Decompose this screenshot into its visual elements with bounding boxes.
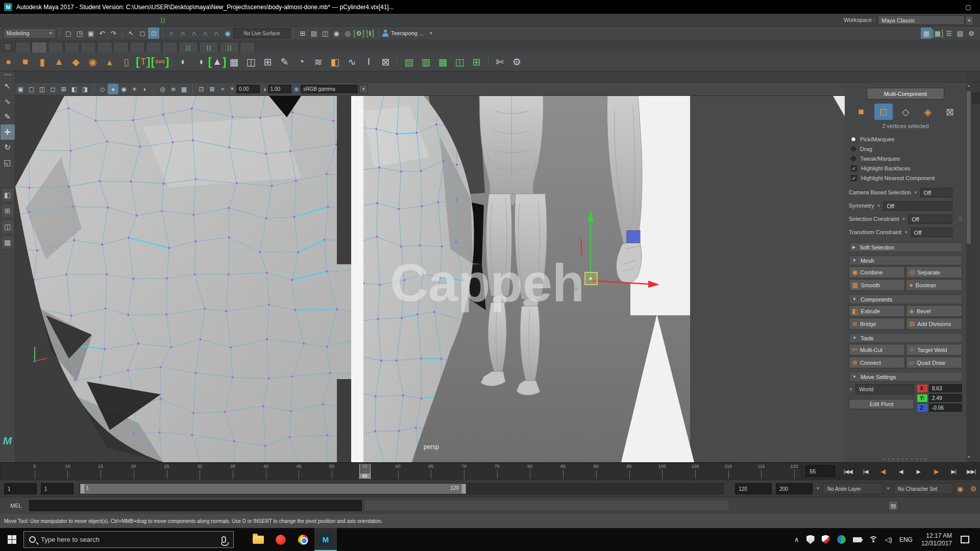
new-scene-icon[interactable]: ▢: [63, 28, 74, 39]
shelf-tab-mash[interactable]: [199, 42, 218, 53]
range-slider[interactable]: 1 120: [80, 483, 724, 494]
left-viewport-canvas[interactable]: [15, 96, 351, 462]
play-backwards-button[interactable]: ◀: [892, 468, 910, 475]
move-settings-header[interactable]: ▼Move Settings: [849, 372, 962, 382]
vertex-mode-icon[interactable]: ⊡: [874, 104, 893, 120]
viewport-menu-item-renderer[interactable]: [52, 70, 61, 83]
axis-orientation-dropdown[interactable]: ▼ World: [849, 384, 914, 394]
menu-item-modify[interactable]: [37, 14, 46, 27]
mirror-icon[interactable]: ▲: [209, 54, 226, 70]
range-end-handle[interactable]: [461, 484, 466, 494]
axis-value-field[interactable]: 8.63: [929, 384, 962, 392]
face-mode-icon[interactable]: ◈: [919, 104, 937, 120]
menu-item-cache[interactable]: [147, 14, 156, 27]
sculpting-toggle-icon[interactable]: ▦: [932, 28, 943, 39]
color-management-icon[interactable]: ◉: [295, 86, 300, 92]
lock-camera-icon[interactable]: ▢: [26, 84, 37, 94]
chevron-down-icon[interactable]: ▼: [816, 486, 820, 491]
modeling-toolkit-toggle-icon[interactable]: ▦: [921, 28, 932, 39]
step-back-button[interactable]: |◀: [857, 468, 875, 475]
viewport-panel[interactable]: ▣▢◫◻⊞◧◨◇●◉☀◐◎≋▦⊡⊠+ ☀ 0.00 ◑ 1.00 ◉ sRGB …: [15, 71, 845, 462]
prev-key-button[interactable]: ◀|: [874, 468, 892, 475]
current-frame-field[interactable]: 55: [805, 465, 835, 477]
relax-tool-icon[interactable]: ≋: [310, 54, 327, 70]
bookmarks-icon[interactable]: ◻: [47, 84, 58, 94]
poly-pyramid-icon[interactable]: ▴: [101, 54, 118, 70]
channel-box-toggle-icon[interactable]: ☰: [943, 28, 954, 39]
render-current-frame-icon[interactable]: ◉: [331, 28, 342, 39]
boolean-button[interactable]: ●Boolean: [906, 279, 962, 291]
viewport-menu-item-show[interactable]: [43, 70, 52, 83]
select-component-icon[interactable]: ⊡: [148, 28, 159, 39]
menu-item-edit[interactable]: [9, 14, 18, 27]
select-object-icon[interactable]: ◻: [137, 28, 148, 39]
snap-to-curve-icon[interactable]: ∩: [177, 28, 188, 39]
gamma-field[interactable]: 1.00: [268, 85, 291, 93]
menu-item-mesh-tools[interactable]: [83, 14, 92, 27]
svg-tool-icon[interactable]: SVG: [152, 54, 168, 70]
cube-add-icon[interactable]: ⊠: [377, 54, 394, 70]
menu-item-help[interactable]: [169, 14, 179, 27]
exposure-icon[interactable]: ☀: [230, 86, 235, 92]
mash-color-icon[interactable]: ⊞: [468, 54, 485, 70]
snap-to-view-plane-icon[interactable]: ∩: [211, 28, 222, 39]
script-editor-icon[interactable]: ▤: [888, 500, 898, 511]
mash-world-icon[interactable]: ▥: [418, 54, 434, 70]
panel-menu-item-help[interactable]: [854, 70, 863, 83]
panel-menu-item-object[interactable]: [845, 70, 854, 83]
dropdown-value[interactable]: Off: [908, 214, 952, 224]
open-render-view-icon[interactable]: ◫: [320, 28, 331, 39]
edit-pivot-button[interactable]: Edit Pivot: [849, 399, 914, 409]
wifi-icon[interactable]: [865, 536, 881, 543]
curve-pen-icon[interactable]: ✎: [276, 54, 293, 70]
dropdown-value[interactable]: Off: [920, 188, 952, 197]
attribute-editor-toggle-icon[interactable]: ▤: [954, 28, 966, 39]
workspace-value[interactable]: Maya Classic▼: [878, 15, 965, 25]
action-center-icon[interactable]: [957, 536, 973, 543]
screen-space-ao-icon[interactable]: ◎: [157, 84, 168, 94]
make-live-icon[interactable]: ◉: [222, 28, 233, 39]
oversc-icon[interactable]: ◨: [80, 84, 90, 94]
gamma-icon[interactable]: ◑: [263, 86, 266, 92]
menu-item-mesh-display[interactable]: [92, 14, 101, 27]
account-menu[interactable]: Teerapong ... ▼: [382, 30, 433, 37]
viewport-content[interactable]: Cappeh persp: [15, 96, 845, 462]
layout-persp-outliner-icon[interactable]: ◫: [1, 219, 14, 234]
ipr-render-icon[interactable]: ◎: [342, 28, 353, 39]
xray-joints-icon[interactable]: +: [217, 84, 228, 94]
shelf-tab-custom[interactable]: [146, 42, 161, 53]
language-indicator[interactable]: ENG: [896, 536, 916, 543]
sidebar-tab-modeling-toolkit[interactable]: [971, 93, 980, 104]
open-script-editor-icon[interactable]: ▤: [308, 28, 320, 39]
pause-viewport-icon[interactable]: ‖: [364, 28, 376, 39]
sidebar-tab-channel-box-layer-editor[interactable]: [971, 71, 980, 82]
next-key-button[interactable]: |▶: [927, 468, 945, 475]
viewport-menu-item-lighting[interactable]: [34, 70, 43, 83]
step-forward-button[interactable]: ▶|: [945, 468, 963, 475]
shelf-tab-sculpting[interactable]: [48, 42, 63, 53]
volume-icon[interactable]: ◁): [881, 536, 896, 543]
tray-chevron-icon[interactable]: ∧: [791, 536, 803, 543]
section-header-tools[interactable]: ▼Tools: [849, 333, 962, 343]
microphone-icon[interactable]: [222, 536, 226, 543]
taskbar-clock[interactable]: 12:17 AM 12/31/2017: [916, 532, 957, 547]
dropdown-value[interactable]: Off: [911, 228, 952, 237]
axis-value-field[interactable]: 2.49: [929, 394, 962, 402]
item-highlight-nearest-component[interactable]: ✓Highlight Nearest Component: [849, 173, 962, 183]
bevel-button[interactable]: ◈Bevel: [906, 305, 962, 317]
select-camera-icon[interactable]: ▣: [15, 84, 26, 94]
taskbar-search[interactable]: Type here to search: [23, 531, 234, 548]
layout-single-icon[interactable]: ◧: [1, 188, 14, 202]
shelf-tab-fx[interactable]: [113, 42, 129, 53]
target-weld-button[interactable]: ⊹Target Weld: [906, 344, 962, 356]
axis-value-field[interactable]: -0.06: [929, 404, 962, 412]
edge-mode-icon[interactable]: ◇: [896, 104, 915, 120]
anim-start-field[interactable]: 1: [4, 483, 37, 494]
defender-shield-icon[interactable]: [803, 535, 818, 544]
textured-mode-icon[interactable]: ◉: [118, 84, 129, 94]
poly-pipe-icon[interactable]: ▯: [118, 54, 135, 70]
menu-item-file[interactable]: [0, 14, 9, 27]
snap-to-point-icon[interactable]: ∩: [188, 28, 200, 39]
anim-layer-selector[interactable]: No Anim Layer: [823, 483, 883, 494]
playback-end-field[interactable]: 120: [735, 483, 772, 494]
